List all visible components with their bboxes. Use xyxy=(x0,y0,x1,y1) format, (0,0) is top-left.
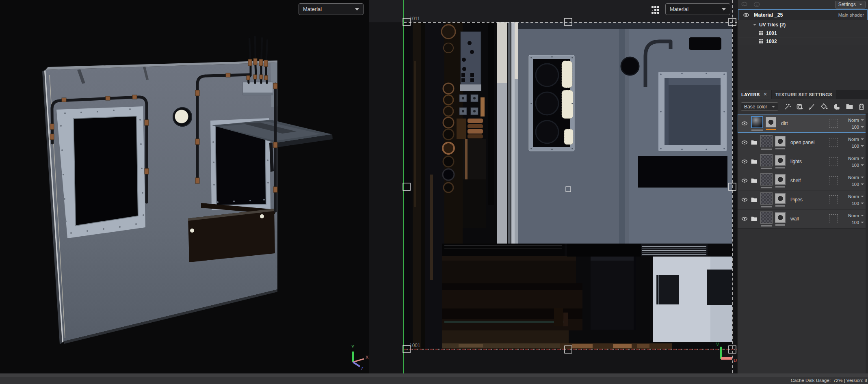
layer-mask-thumbnail[interactable] xyxy=(766,117,776,127)
layer-visibility-icon[interactable] xyxy=(739,140,750,145)
tab-layers[interactable]: LAYERS ✕ xyxy=(738,90,771,99)
material-slot-placeholder[interactable] xyxy=(829,119,838,128)
add-smart-mask-button[interactable] xyxy=(833,103,841,110)
viewport-2d-uv[interactable]: 1011 1001 V U Material xyxy=(369,0,738,373)
opacity-select[interactable]: 100 xyxy=(852,220,864,225)
content-selection-bar xyxy=(751,129,763,131)
view-mode-select-3d[interactable]: Material xyxy=(299,3,364,15)
layer-visibility-icon[interactable] xyxy=(739,216,750,221)
uv-tile-row-1002[interactable]: 1002 xyxy=(738,37,868,45)
opacity-select[interactable]: 100 xyxy=(852,163,864,168)
uv-tile-row-1001[interactable]: 1001 xyxy=(738,29,868,37)
chevron-down-icon xyxy=(355,8,359,11)
layer-visibility-icon[interactable] xyxy=(739,121,750,126)
add-smart-material-button[interactable] xyxy=(784,103,791,110)
udim-tile-label-bottom: 1001 xyxy=(409,343,420,348)
opacity-select[interactable]: 100 xyxy=(852,125,864,129)
visibility-eye-icon[interactable] xyxy=(741,13,751,17)
material-slot-placeholder[interactable] xyxy=(829,138,838,147)
mask-selection-bar xyxy=(766,129,776,130)
layer-mask-thumbnail[interactable] xyxy=(775,174,786,185)
chevron-down-icon xyxy=(861,203,864,204)
group-folder-icon xyxy=(751,216,758,222)
chevron-down-icon xyxy=(861,119,864,121)
axis-y-label: Y xyxy=(351,344,355,349)
status-bar: Cache Disk Usage: 72% | Version: 8 xyxy=(0,377,868,384)
blend-mode-select[interactable]: Norm xyxy=(848,137,864,142)
layer-row-pipes[interactable]: Pipes Norm 100 xyxy=(738,190,868,209)
layer-content-thumbnail[interactable] xyxy=(760,211,773,224)
layer-mask-thumbnail[interactable] xyxy=(775,193,786,204)
mask-selection-bar xyxy=(775,148,785,149)
blend-mode-select[interactable]: Norm xyxy=(848,156,864,161)
layer-visibility-icon[interactable] xyxy=(739,159,750,164)
layer-mask-thumbnail[interactable] xyxy=(775,212,786,223)
material-instance-count-icon[interactable]: 1 xyxy=(753,2,760,7)
axis-z-label: Z xyxy=(361,366,364,370)
content-selection-bar xyxy=(761,168,772,169)
blend-mode-select[interactable]: Norm xyxy=(848,213,864,218)
model-3d-wall[interactable] xyxy=(0,0,369,373)
settings-button[interactable]: Settings xyxy=(835,1,866,9)
channel-filter-select[interactable]: Base color xyxy=(741,102,778,111)
layer-content-thumbnail[interactable] xyxy=(760,192,773,205)
layer-name: Pipes xyxy=(790,197,803,203)
layer-row-dirt[interactable]: dirt Norm 100 xyxy=(738,114,868,133)
material-slot-placeholder[interactable] xyxy=(829,176,838,185)
layer-row-wall[interactable]: wall Norm 100 xyxy=(738,209,868,229)
blend-mode-select[interactable]: Norm xyxy=(848,194,864,199)
add-fill-layer-button[interactable] xyxy=(820,103,828,110)
uv-tiles-header[interactable]: UV Tiles (2) xyxy=(738,21,868,29)
layer-mask-thumbnail[interactable] xyxy=(775,136,786,147)
material-slot-placeholder[interactable] xyxy=(829,195,838,204)
layer-visibility-icon[interactable] xyxy=(739,178,750,183)
chevron-down-icon xyxy=(861,196,864,197)
viewport-3d[interactable]: Material Y X Z xyxy=(0,0,369,373)
svg-text:1: 1 xyxy=(756,3,758,6)
uv-tile-id: 1002 xyxy=(766,39,777,44)
content-selection-bar xyxy=(761,206,772,207)
shader-label[interactable]: Main shader xyxy=(838,13,864,17)
layer-content-thumbnail[interactable] xyxy=(760,173,773,186)
group-folder-icon xyxy=(751,178,758,183)
view-mode-select-2d[interactable]: Material xyxy=(665,3,730,15)
udim-grid-toggle-icon[interactable] xyxy=(652,6,660,14)
opacity-select[interactable]: 100 xyxy=(852,201,864,206)
layer-content-thumbnail[interactable] xyxy=(760,135,773,147)
chevron-down-icon xyxy=(753,24,756,26)
chevron-down-icon xyxy=(861,138,864,140)
group-folder-icon xyxy=(751,197,758,203)
layer-mask-thumbnail[interactable] xyxy=(775,155,786,166)
add-paint-layer-button[interactable] xyxy=(808,103,816,110)
status-text: Cache Disk Usage: 72% | Version: 8 xyxy=(791,378,867,383)
blend-mode-select[interactable]: Norm xyxy=(848,175,864,180)
axis-v-label: V xyxy=(716,342,719,347)
material-slot-placeholder[interactable] xyxy=(829,157,838,166)
layers-toolbar: Base color xyxy=(738,99,868,114)
layer-visibility-icon[interactable] xyxy=(739,197,750,202)
material-slot-placeholder[interactable] xyxy=(829,214,838,223)
add-effects-button[interactable] xyxy=(796,103,803,110)
layer-content-thumbnail[interactable] xyxy=(751,116,763,128)
texture-set-row[interactable]: Material _25 Main shader xyxy=(738,9,868,20)
layer-row-shelf[interactable]: shelf Norm 100 xyxy=(738,171,868,190)
layer-name: wall xyxy=(790,216,799,222)
chevron-down-icon xyxy=(859,4,862,5)
tab-texture-set-settings[interactable]: TEXTURE SET SETTINGS xyxy=(772,90,836,99)
layer-row-lights[interactable]: lights Norm 100 xyxy=(738,152,868,171)
settings-label: Settings xyxy=(838,2,856,7)
opacity-select[interactable]: 100 xyxy=(852,182,864,187)
mask-selection-bar xyxy=(775,224,785,226)
layers-scrollbar[interactable] xyxy=(866,113,868,373)
add-group-button[interactable] xyxy=(846,104,853,110)
layer-content-thumbnail[interactable] xyxy=(760,154,773,166)
close-tab-icon[interactable]: ✕ xyxy=(763,92,767,97)
blend-mode-select[interactable]: Norm xyxy=(848,118,864,123)
opacity-select[interactable]: 100 xyxy=(852,144,864,149)
chevron-down-icon xyxy=(861,222,864,223)
uv-texture-canvas[interactable]: 1011 1001 V U xyxy=(369,0,738,373)
layer-name: shelf xyxy=(790,178,801,183)
material-sync-icon[interactable] xyxy=(741,2,748,7)
layer-row-open-panel[interactable]: open panel Norm 100 xyxy=(738,133,868,152)
delete-layer-button[interactable] xyxy=(858,103,865,110)
